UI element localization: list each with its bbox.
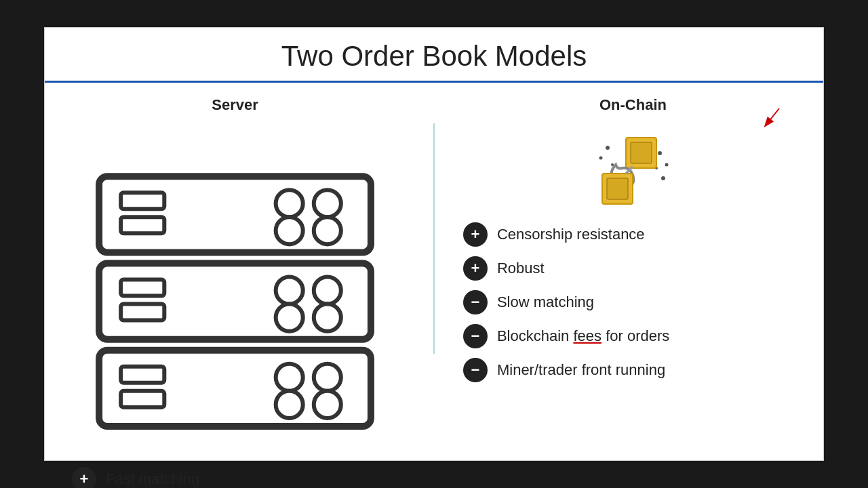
svg-rect-15 [121,367,164,383]
annotation-arrow-top-right [752,102,786,138]
feature-text: Slow matching [497,293,594,311]
svg-point-21 [606,146,610,150]
minus-icon: − [463,324,488,348]
slide: Two Order Book Models Server [44,27,824,461]
slide-body: Server [45,83,823,488]
divider-line [433,123,435,354]
feature-text: Censorship resistance [497,226,645,243]
svg-point-4 [314,190,341,217]
feature-text: Fast matching [106,470,199,488]
svg-point-22 [599,157,603,160]
svg-point-6 [314,217,341,244]
chain-illustration [463,127,803,209]
left-feature-list: + Fast matching + No fees for canceled o… [72,467,398,488]
feature-censorship-resistance: + Censorship resistance [463,222,803,247]
svg-point-10 [276,277,303,304]
svg-point-13 [314,304,341,331]
feature-text: Miner/trader front running [497,361,665,379]
svg-point-24 [658,151,662,155]
feature-slow-matching: − Slow matching [463,290,803,314]
right-column: On-Chain [450,83,823,488]
slide-header: Two Order Book Models [45,28,823,83]
chain-icon [589,127,677,209]
center-divider [418,83,450,488]
feature-blockchain-fees: − Blockchain fees for orders [463,324,803,348]
minus-icon: − [463,358,488,382]
feature-miner-front-running: − Miner/trader front running [463,358,803,382]
svg-rect-2 [121,217,164,233]
svg-rect-29 [631,142,652,163]
svg-point-20 [314,391,341,418]
plus-icon: + [463,256,488,281]
left-col-header: Server [72,96,398,114]
svg-point-17 [276,364,303,391]
svg-point-11 [314,277,341,304]
server-illustration [72,127,398,453]
svg-point-18 [314,364,341,391]
feature-robust: + Robust [463,256,803,281]
plus-icon: + [463,222,488,247]
svg-rect-9 [121,304,164,321]
svg-point-19 [276,391,303,418]
slide-title: Two Order Book Models [72,40,796,73]
svg-rect-8 [121,279,164,296]
right-feature-list: + Censorship resistance + Robust − Slow … [463,222,803,392]
svg-rect-16 [121,391,164,407]
annotation-arrow-svg [752,102,786,136]
svg-point-5 [276,217,303,244]
svg-point-12 [276,304,303,331]
feature-fast-matching: + Fast matching [72,467,398,488]
plus-icon: + [72,467,96,488]
svg-rect-1 [121,192,164,209]
svg-rect-31 [607,178,628,199]
feature-text: Blockchain fees for orders [497,327,669,345]
svg-point-3 [276,190,303,217]
feature-text: Robust [497,260,545,277]
minus-icon: − [463,290,488,314]
svg-point-25 [665,163,669,167]
left-column: Server [45,83,418,488]
server-icon [72,127,398,453]
svg-point-27 [661,176,665,180]
